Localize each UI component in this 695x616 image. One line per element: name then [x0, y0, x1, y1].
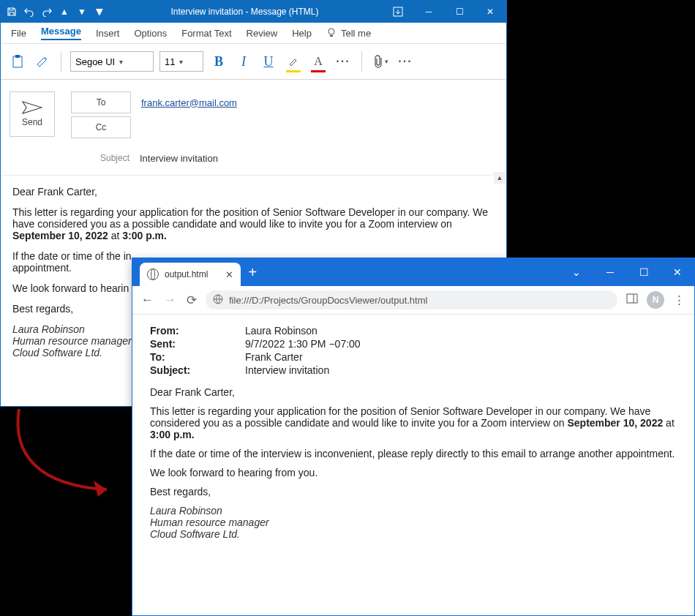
browser-tab[interactable]: output.html ✕	[140, 263, 241, 286]
from-label: From:	[150, 325, 245, 337]
send-label: Send	[22, 117, 42, 127]
paragraph-3: We look forward to hearing from you.	[150, 467, 677, 478]
attach-icon[interactable]: ▾	[371, 52, 390, 71]
outlook-menu: File Message Insert Options Format Text …	[1, 23, 506, 44]
italic-button[interactable]: I	[234, 52, 253, 71]
closing: Best regards,	[150, 486, 677, 497]
divider	[361, 51, 362, 72]
subject-label: Subject:	[150, 364, 245, 376]
to-label: To:	[150, 351, 245, 363]
menu-file[interactable]: File	[11, 28, 26, 39]
scroll-up-icon[interactable]: ▲	[494, 172, 506, 184]
outlook-titlebar: ▲ ▼ ⯆ Interview invitation - Message (HT…	[1, 1, 506, 23]
tell-me-label: Tell me	[341, 28, 371, 39]
down-icon[interactable]: ▼	[75, 5, 89, 18]
to-button[interactable]: To	[71, 91, 131, 113]
outlook-ribbon: Segoe UI▾ 11▾ B I U A ··· ▾ ···	[1, 44, 506, 80]
paragraph-1: This letter is regarding your applicatio…	[150, 405, 677, 440]
more-actions-icon[interactable]: ···	[396, 52, 415, 71]
redo-icon[interactable]	[40, 5, 53, 18]
highlight-button[interactable]	[284, 52, 303, 71]
cc-button[interactable]: Cc	[71, 116, 131, 138]
paragraph-1: This letter is regarding your applicatio…	[12, 206, 495, 241]
menu-message[interactable]: Message	[41, 26, 81, 40]
browser-toolbar: ← → ⟳ file:///D:/Projects/GroupDocsViewe…	[132, 286, 694, 315]
subject-value: Interview invitation	[245, 364, 329, 376]
signature: Laura Robinson Human resource manager Cl…	[150, 505, 677, 540]
reload-button[interactable]: ⟳	[185, 293, 198, 308]
menu-tell-me[interactable]: Tell me	[326, 28, 371, 39]
subject-label: Subject	[71, 153, 129, 163]
font-name-select[interactable]: Segoe UI▾	[70, 51, 154, 72]
menu-insert[interactable]: Insert	[96, 28, 120, 39]
underline-button[interactable]: U	[259, 52, 278, 71]
send-icon	[22, 101, 42, 114]
profile-avatar[interactable]: N	[647, 291, 664, 309]
to-value: Frank Carter	[245, 351, 303, 363]
font-color-button[interactable]: A	[309, 52, 328, 71]
arrow-graphic	[4, 405, 136, 508]
svg-rect-3	[15, 55, 20, 58]
up-icon[interactable]: ▲	[58, 5, 71, 18]
send-button[interactable]: Send	[10, 91, 55, 137]
menu-review[interactable]: Review	[247, 28, 278, 39]
format-painter-icon[interactable]	[33, 52, 52, 71]
new-tab-button[interactable]: +	[248, 264, 257, 281]
sent-label: Sent:	[150, 338, 245, 350]
svg-point-1	[328, 29, 334, 34]
browser-window: output.html ✕ + ⌄ ─ ☐ ✕ ← → ⟳ file:///D:…	[132, 258, 695, 616]
subject-value[interactable]: Interview invitation	[140, 153, 218, 164]
address-bar[interactable]: file:///D:/Projects/GroupDocsViewer/outp…	[206, 290, 617, 309]
kebab-menu-icon[interactable]: ⋮	[672, 293, 687, 308]
tab-close-icon[interactable]: ✕	[225, 269, 233, 280]
maximize-button[interactable]: ☐	[627, 258, 661, 286]
more-format-icon[interactable]: ···	[334, 52, 353, 71]
browser-viewport: From:Laura Robinson Sent:9/7/2022 1:30 P…	[132, 315, 694, 615]
minimize-button[interactable]: ─	[593, 258, 627, 286]
compose-header: Send To frank.carter@mail.com Cc Subject…	[1, 80, 506, 176]
ribbon-collapse-icon[interactable]	[383, 1, 413, 23]
paste-icon[interactable]	[8, 52, 27, 71]
font-size-select[interactable]: 11▾	[159, 51, 203, 72]
chevron-down-icon[interactable]: ⌄	[560, 258, 593, 286]
back-button[interactable]: ←	[140, 293, 155, 307]
divider	[61, 51, 61, 72]
sent-value: 9/7/2022 1:30 PM −07:00	[245, 338, 361, 350]
menu-format-text[interactable]: Format Text	[181, 28, 231, 39]
globe-icon	[147, 268, 159, 280]
bulb-icon	[326, 28, 337, 38]
greeting: Dear Frank Carter,	[12, 186, 495, 198]
globe-icon	[213, 294, 223, 307]
menu-options[interactable]: Options	[134, 28, 167, 39]
minimize-button[interactable]: ─	[414, 1, 443, 23]
paragraph-2: If the date or time of the interview is …	[150, 448, 677, 459]
undo-icon[interactable]	[23, 5, 36, 18]
from-value: Laura Robinson	[245, 325, 318, 337]
side-panel-icon[interactable]	[625, 293, 639, 308]
qat-more-icon[interactable]: ⯆	[93, 5, 106, 18]
window-title: Interview invitation - Message (HTML)	[106, 7, 383, 17]
maximize-button[interactable]: ☐	[445, 1, 474, 23]
close-button[interactable]: ✕	[661, 258, 694, 286]
chevron-down-icon: ▾	[179, 58, 183, 66]
browser-tabstrip: output.html ✕ + ⌄ ─ ☐ ✕	[132, 258, 694, 286]
menu-help[interactable]: Help	[292, 28, 312, 39]
font-name-value: Segoe UI	[75, 56, 115, 67]
bold-button[interactable]: B	[209, 52, 228, 71]
url-text: file:///D:/Projects/GroupDocsViewer/outp…	[229, 295, 427, 306]
close-button[interactable]: ✕	[476, 1, 505, 23]
forward-button[interactable]: →	[162, 293, 178, 307]
save-icon[interactable]	[5, 5, 18, 18]
font-size-value: 11	[165, 56, 175, 67]
to-value[interactable]: frank.carter@mail.com	[141, 97, 237, 108]
svg-rect-5	[627, 294, 637, 303]
svg-rect-2	[13, 56, 22, 67]
tab-title: output.html	[165, 269, 208, 279]
chevron-down-icon: ▾	[119, 58, 123, 66]
greeting: Dear Frank Carter,	[150, 386, 677, 398]
scrollbar[interactable]: ▲	[494, 172, 506, 184]
